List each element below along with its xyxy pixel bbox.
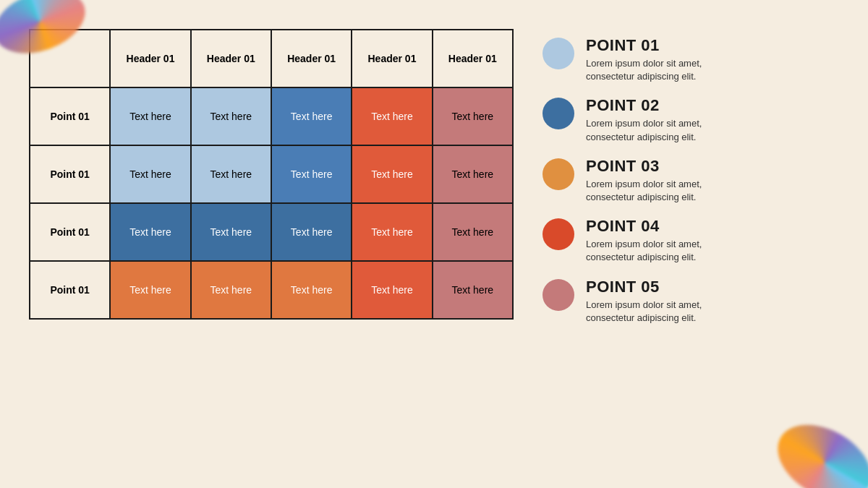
- table-cell: Text here: [110, 87, 190, 145]
- header-col4: Header 01: [352, 30, 432, 87]
- legend-desc-2: Lorem ipsum dolor sit amet,consectetur a…: [586, 117, 702, 143]
- table-cell: Text here: [433, 145, 513, 203]
- table-header-row: Header 01 Header 01 Header 01 Header 01 …: [30, 30, 513, 87]
- table-cell: Text here: [271, 87, 352, 145]
- legend-circle-4: [542, 218, 574, 250]
- legend-title-4: POINT 04: [586, 217, 702, 236]
- legend-text-2: POINT 02 Lorem ipsum dolor sit amet,cons…: [586, 96, 702, 143]
- legend-item-5: POINT 05 Lorem ipsum dolor sit amet,cons…: [542, 278, 846, 325]
- legend-circle-5: [542, 279, 574, 311]
- table-cell: Text here: [191, 203, 271, 261]
- legend-item-3: POINT 03 Lorem ipsum dolor sit amet,cons…: [542, 157, 846, 204]
- legend-text-5: POINT 05 Lorem ipsum dolor sit amet,cons…: [586, 278, 702, 325]
- legend-title-2: POINT 02: [586, 96, 702, 115]
- header-col3: Header 01: [271, 30, 352, 87]
- table-cell: Text here: [191, 261, 271, 319]
- legend-text-1: POINT 01 Lorem ipsum dolor sit amet,cons…: [586, 36, 702, 83]
- main-container: Header 01 Header 01 Header 01 Header 01 …: [0, 0, 868, 488]
- legend-title-3: POINT 03: [586, 157, 702, 176]
- legend-item-1: POINT 01 Lorem ipsum dolor sit amet,cons…: [542, 36, 846, 83]
- legend-desc-4: Lorem ipsum dolor sit amet,consectetur a…: [586, 238, 702, 264]
- table-cell: Text here: [433, 203, 513, 261]
- header-col2: Header 01: [191, 30, 271, 87]
- table-cell: Text here: [433, 87, 513, 145]
- table-row: Point 01 Text here Text here Text here T…: [30, 261, 513, 319]
- legend-circle-1: [542, 38, 574, 69]
- table-cell: Text here: [352, 203, 432, 261]
- legend-desc-3: Lorem ipsum dolor sit amet,consectetur a…: [586, 178, 702, 204]
- legend-text-3: POINT 03 Lorem ipsum dolor sit amet,cons…: [586, 157, 702, 204]
- table-cell: Text here: [352, 145, 432, 203]
- table-cell: Text here: [352, 261, 432, 319]
- row-label: Point 01: [30, 145, 110, 203]
- table-cell: Text here: [271, 261, 352, 319]
- legend-desc-1: Lorem ipsum dolor sit amet,consectetur a…: [586, 57, 702, 83]
- row-label: Point 01: [30, 261, 110, 319]
- row-label: Point 01: [30, 87, 110, 145]
- table-cell: Text here: [110, 203, 190, 261]
- legend-circle-3: [542, 158, 574, 190]
- table-cell: Text here: [191, 145, 271, 203]
- table-section: Header 01 Header 01 Header 01 Header 01 …: [29, 29, 514, 320]
- table-row: Point 01 Text here Text here Text here T…: [30, 145, 513, 203]
- table-cell: Text here: [271, 203, 352, 261]
- table-cell: Text here: [433, 261, 513, 319]
- legend-title-1: POINT 01: [586, 36, 702, 55]
- table-row: Point 01 Text here Text here Text here T…: [30, 203, 513, 261]
- legend-item-2: POINT 02 Lorem ipsum dolor sit amet,cons…: [542, 96, 846, 143]
- legend-title-5: POINT 05: [586, 278, 702, 296]
- header-col5: Header 01: [433, 30, 513, 87]
- table-cell: Text here: [271, 145, 352, 203]
- table-cell: Text here: [110, 145, 190, 203]
- header-col1: Header 01: [110, 30, 190, 87]
- row-label: Point 01: [30, 203, 110, 261]
- legend-desc-5: Lorem ipsum dolor sit amet,consectetur a…: [586, 299, 702, 325]
- table-cell: Text here: [191, 87, 271, 145]
- table-cell: Text here: [110, 261, 190, 319]
- data-table: Header 01 Header 01 Header 01 Header 01 …: [29, 29, 514, 320]
- legend-item-4: POINT 04 Lorem ipsum dolor sit amet,cons…: [542, 217, 846, 264]
- legend-section: POINT 01 Lorem ipsum dolor sit amet,cons…: [542, 29, 846, 325]
- legend-circle-2: [542, 98, 574, 129]
- table-cell: Text here: [352, 87, 432, 145]
- legend-text-4: POINT 04 Lorem ipsum dolor sit amet,cons…: [586, 217, 702, 264]
- table-row: Point 01 Text here Text here Text here T…: [30, 87, 513, 145]
